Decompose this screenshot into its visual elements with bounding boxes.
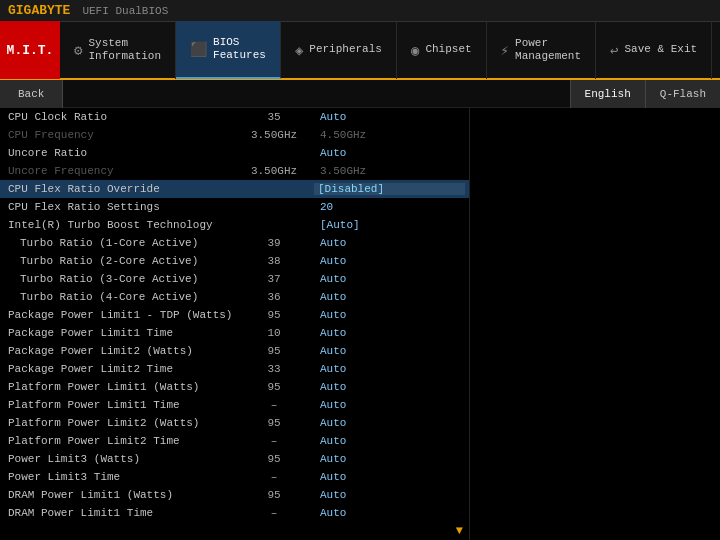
setting-value: – bbox=[234, 399, 314, 411]
setting-option[interactable]: Auto bbox=[314, 507, 465, 519]
setting-name: Package Power Limit1 - TDP (Watts) bbox=[4, 309, 234, 321]
power-mgmt-icon: ⚡ bbox=[501, 42, 509, 59]
setting-value: 33 bbox=[234, 363, 314, 375]
setting-option[interactable]: Auto bbox=[314, 471, 465, 483]
brand-label: GIGABYTE bbox=[8, 3, 70, 18]
setting-option[interactable]: Auto bbox=[314, 489, 465, 501]
table-row[interactable]: Power Limit3 (Watts) 95 Auto bbox=[0, 450, 469, 468]
setting-name: Package Power Limit2 Time bbox=[4, 363, 234, 375]
table-row[interactable]: Package Power Limit1 - TDP (Watts) 95 Au… bbox=[0, 306, 469, 324]
setting-option[interactable]: Auto bbox=[314, 399, 465, 411]
setting-option: 3.50GHz bbox=[314, 165, 465, 177]
setting-option[interactable]: [Auto] bbox=[314, 219, 465, 231]
table-row[interactable]: Uncore Ratio Auto bbox=[0, 144, 469, 162]
qflash-button[interactable]: Q-Flash bbox=[646, 80, 720, 108]
setting-name: Power Limit3 Time bbox=[4, 471, 234, 483]
setting-option[interactable]: Auto bbox=[314, 309, 465, 321]
setting-name: Platform Power Limit1 Time bbox=[4, 399, 234, 411]
setting-name: CPU Flex Ratio Settings bbox=[4, 201, 234, 213]
language-button[interactable]: English bbox=[570, 80, 646, 108]
nav-item-bios-features[interactable]: ⬛BIOSFeatures bbox=[176, 21, 281, 79]
setting-name: Platform Power Limit2 (Watts) bbox=[4, 417, 234, 429]
setting-value: 38 bbox=[234, 255, 314, 267]
nav-item-power-mgmt[interactable]: ⚡PowerManagement bbox=[487, 21, 596, 79]
setting-value: 95 bbox=[234, 345, 314, 357]
setting-value: 95 bbox=[234, 309, 314, 321]
nav-bar: M.I.T. ⚙SystemInformation⬛BIOSFeatures◈P… bbox=[0, 22, 720, 80]
setting-value: – bbox=[234, 435, 314, 447]
setting-option[interactable]: Auto bbox=[314, 237, 465, 249]
setting-option[interactable]: Auto bbox=[314, 255, 465, 267]
table-row[interactable]: DRAM Power Limit1 (Watts) 95 Auto bbox=[0, 486, 469, 504]
nav-item-peripherals[interactable]: ◈Peripherals bbox=[281, 21, 397, 79]
setting-value: – bbox=[234, 471, 314, 483]
table-row[interactable]: Package Power Limit2 (Watts) 95 Auto bbox=[0, 342, 469, 360]
setting-name: DRAM Power Limit1 Time bbox=[4, 507, 234, 519]
settings-table: CPU Clock Ratio 35 Auto CPU Frequency 3.… bbox=[0, 108, 469, 522]
setting-name: Uncore Frequency bbox=[4, 165, 234, 177]
table-row[interactable]: CPU Flex Ratio Override [Disabled] bbox=[0, 180, 469, 198]
setting-option[interactable]: 20 bbox=[314, 201, 465, 213]
setting-name: CPU Flex Ratio Override bbox=[4, 183, 234, 195]
table-row[interactable]: Platform Power Limit1 Time – Auto bbox=[0, 396, 469, 414]
system-info-icon: ⚙ bbox=[74, 42, 82, 59]
setting-name: Platform Power Limit1 (Watts) bbox=[4, 381, 234, 393]
peripherals-icon: ◈ bbox=[295, 42, 303, 59]
save-exit-icon: ↩ bbox=[610, 42, 618, 59]
setting-value: 37 bbox=[234, 273, 314, 285]
setting-value: 39 bbox=[234, 237, 314, 249]
setting-option[interactable]: Auto bbox=[314, 453, 465, 465]
table-row[interactable]: Intel(R) Turbo Boost Technology [Auto] bbox=[0, 216, 469, 234]
settings-panel: CPU Clock Ratio 35 Auto CPU Frequency 3.… bbox=[0, 108, 470, 540]
setting-option[interactable]: Auto bbox=[314, 147, 465, 159]
setting-value: 95 bbox=[234, 453, 314, 465]
setting-option[interactable]: Auto bbox=[314, 363, 465, 375]
table-row[interactable]: DRAM Power Limit1 Time – Auto bbox=[0, 504, 469, 522]
scroll-down-arrow: ▼ bbox=[456, 524, 463, 538]
setting-name: Platform Power Limit2 Time bbox=[4, 435, 234, 447]
setting-name: Package Power Limit2 (Watts) bbox=[4, 345, 234, 357]
setting-option[interactable]: Auto bbox=[314, 327, 465, 339]
setting-option[interactable]: Auto bbox=[314, 273, 465, 285]
table-row[interactable]: Platform Power Limit1 (Watts) 95 Auto bbox=[0, 378, 469, 396]
setting-name: DRAM Power Limit1 (Watts) bbox=[4, 489, 234, 501]
mit-button[interactable]: M.I.T. bbox=[0, 21, 60, 79]
setting-name: Turbo Ratio (3-Core Active) bbox=[4, 273, 234, 285]
nav-item-chipset[interactable]: ◉Chipset bbox=[397, 21, 487, 79]
table-row[interactable]: Turbo Ratio (4-Core Active) 36 Auto bbox=[0, 288, 469, 306]
setting-value: 95 bbox=[234, 417, 314, 429]
table-row[interactable]: Package Power Limit2 Time 33 Auto bbox=[0, 360, 469, 378]
table-row: CPU Frequency 3.50GHz 4.50GHz bbox=[0, 126, 469, 144]
back-button[interactable]: Back bbox=[0, 80, 63, 108]
key-hints bbox=[478, 126, 712, 532]
nav-item-system-info[interactable]: ⚙SystemInformation bbox=[60, 21, 176, 79]
table-row[interactable]: Platform Power Limit2 Time – Auto bbox=[0, 432, 469, 450]
setting-option[interactable]: Auto bbox=[314, 111, 465, 123]
table-row[interactable]: Power Limit3 Time – Auto bbox=[0, 468, 469, 486]
setting-value: 36 bbox=[234, 291, 314, 303]
setting-value: 35 bbox=[234, 111, 314, 123]
setting-value: 3.50GHz bbox=[234, 165, 314, 177]
setting-option[interactable]: Auto bbox=[314, 381, 465, 393]
sub-bar: Back English Q-Flash bbox=[0, 80, 720, 108]
table-row[interactable]: Turbo Ratio (2-Core Active) 38 Auto bbox=[0, 252, 469, 270]
table-row[interactable]: CPU Clock Ratio 35 Auto bbox=[0, 108, 469, 126]
table-row[interactable]: Package Power Limit1 Time 10 Auto bbox=[0, 324, 469, 342]
table-row[interactable]: Turbo Ratio (3-Core Active) 37 Auto bbox=[0, 270, 469, 288]
table-row[interactable]: Turbo Ratio (1-Core Active) 39 Auto bbox=[0, 234, 469, 252]
table-row[interactable]: CPU Flex Ratio Settings 20 bbox=[0, 198, 469, 216]
help-panel bbox=[470, 108, 720, 540]
nav-items: ⚙SystemInformation⬛BIOSFeatures◈Peripher… bbox=[60, 21, 712, 79]
bios-features-icon: ⬛ bbox=[190, 41, 207, 58]
nav-item-save-exit[interactable]: ↩Save & Exit bbox=[596, 21, 712, 79]
setting-name: Package Power Limit1 Time bbox=[4, 327, 234, 339]
table-row[interactable]: Platform Power Limit2 (Watts) 95 Auto bbox=[0, 414, 469, 432]
setting-name: Uncore Ratio bbox=[4, 147, 234, 159]
setting-value: – bbox=[234, 507, 314, 519]
setting-option[interactable]: Auto bbox=[314, 435, 465, 447]
setting-option[interactable]: Auto bbox=[314, 291, 465, 303]
setting-option[interactable]: [Disabled] bbox=[314, 183, 465, 195]
setting-option[interactable]: Auto bbox=[314, 345, 465, 357]
top-bar: GIGABYTE UEFI DualBIOS bbox=[0, 0, 720, 22]
setting-option[interactable]: Auto bbox=[314, 417, 465, 429]
